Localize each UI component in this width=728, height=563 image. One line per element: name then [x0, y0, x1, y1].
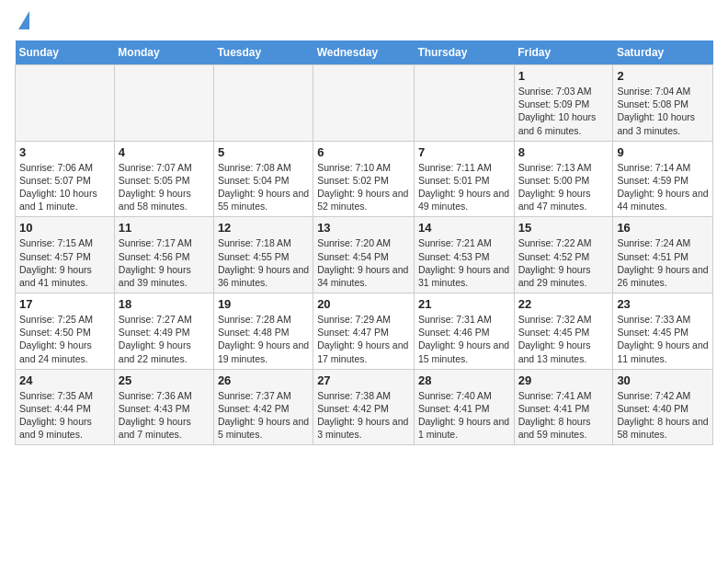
- calendar-header-row: SundayMondayTuesdayWednesdayThursdayFrid…: [16, 40, 713, 65]
- day-info: Sunrise: 7:18 AM Sunset: 4:55 PM Dayligh…: [218, 236, 309, 289]
- page-header: [15, 15, 713, 29]
- day-number: 11: [119, 221, 210, 235]
- day-info: Sunrise: 7:21 AM Sunset: 4:53 PM Dayligh…: [418, 236, 510, 289]
- day-info: Sunrise: 7:33 AM Sunset: 4:45 PM Dayligh…: [617, 313, 709, 365]
- day-number: 26: [218, 373, 309, 387]
- calendar-cell: 9Sunrise: 7:14 AM Sunset: 4:59 PM Daylig…: [613, 141, 713, 217]
- day-number: 22: [518, 297, 609, 311]
- calendar-cell: 16Sunrise: 7:24 AM Sunset: 4:51 PM Dayli…: [613, 217, 713, 293]
- day-header-tuesday: Tuesday: [213, 40, 313, 65]
- day-info: Sunrise: 7:35 AM Sunset: 4:44 PM Dayligh…: [19, 389, 110, 442]
- day-header-monday: Monday: [114, 40, 213, 65]
- calendar-cell: 28Sunrise: 7:40 AM Sunset: 4:41 PM Dayli…: [414, 369, 514, 445]
- day-number: 1: [518, 69, 609, 83]
- calendar-cell: 23Sunrise: 7:33 AM Sunset: 4:45 PM Dayli…: [613, 293, 713, 370]
- day-info: Sunrise: 7:32 AM Sunset: 4:45 PM Dayligh…: [518, 313, 609, 365]
- calendar-cell: 3Sunrise: 7:06 AM Sunset: 5:07 PM Daylig…: [16, 141, 115, 217]
- day-header-thursday: Thursday: [414, 40, 514, 65]
- calendar-cell: 15Sunrise: 7:22 AM Sunset: 4:52 PM Dayli…: [514, 217, 613, 293]
- day-number: 19: [218, 297, 309, 311]
- day-info: Sunrise: 7:04 AM Sunset: 5:08 PM Dayligh…: [617, 85, 709, 137]
- day-header-saturday: Saturday: [613, 40, 713, 65]
- calendar-cell: 25Sunrise: 7:36 AM Sunset: 4:43 PM Dayli…: [114, 369, 213, 445]
- day-info: Sunrise: 7:17 AM Sunset: 4:56 PM Dayligh…: [119, 236, 210, 289]
- day-number: 2: [617, 69, 709, 83]
- day-number: 8: [518, 145, 609, 159]
- day-info: Sunrise: 7:24 AM Sunset: 4:51 PM Dayligh…: [617, 236, 709, 289]
- calendar-cell: 5Sunrise: 7:08 AM Sunset: 5:04 PM Daylig…: [213, 141, 313, 217]
- day-info: Sunrise: 7:40 AM Sunset: 4:41 PM Dayligh…: [418, 389, 510, 442]
- calendar-cell: 10Sunrise: 7:15 AM Sunset: 4:57 PM Dayli…: [16, 217, 115, 293]
- calendar-cell: 1Sunrise: 7:03 AM Sunset: 5:09 PM Daylig…: [514, 65, 613, 142]
- calendar-cell: 7Sunrise: 7:11 AM Sunset: 5:01 PM Daylig…: [414, 141, 514, 217]
- day-info: Sunrise: 7:41 AM Sunset: 4:41 PM Dayligh…: [518, 389, 609, 442]
- day-header-friday: Friday: [514, 40, 613, 65]
- day-info: Sunrise: 7:08 AM Sunset: 5:04 PM Dayligh…: [218, 161, 309, 213]
- logo: [15, 15, 29, 29]
- day-number: 27: [317, 373, 410, 387]
- day-number: 21: [418, 297, 510, 311]
- day-number: 24: [19, 373, 110, 387]
- day-info: Sunrise: 7:38 AM Sunset: 4:42 PM Dayligh…: [317, 389, 410, 442]
- day-info: Sunrise: 7:27 AM Sunset: 4:49 PM Dayligh…: [119, 313, 210, 365]
- week-row-1: 1Sunrise: 7:03 AM Sunset: 5:09 PM Daylig…: [16, 65, 713, 142]
- day-number: 10: [19, 221, 110, 235]
- day-info: Sunrise: 7:42 AM Sunset: 4:40 PM Dayligh…: [617, 389, 709, 442]
- day-number: 12: [218, 221, 309, 235]
- day-number: 17: [19, 297, 110, 311]
- calendar-cell: 26Sunrise: 7:37 AM Sunset: 4:42 PM Dayli…: [213, 369, 313, 445]
- day-info: Sunrise: 7:29 AM Sunset: 4:47 PM Dayligh…: [317, 313, 410, 365]
- day-number: 30: [617, 373, 709, 387]
- day-info: Sunrise: 7:07 AM Sunset: 5:05 PM Dayligh…: [119, 161, 210, 213]
- day-number: 14: [418, 221, 510, 235]
- calendar-cell: 14Sunrise: 7:21 AM Sunset: 4:53 PM Dayli…: [414, 217, 514, 293]
- calendar-cell: 4Sunrise: 7:07 AM Sunset: 5:05 PM Daylig…: [114, 141, 213, 217]
- day-number: 6: [317, 145, 410, 159]
- week-row-3: 10Sunrise: 7:15 AM Sunset: 4:57 PM Dayli…: [16, 217, 713, 293]
- calendar-cell: 6Sunrise: 7:10 AM Sunset: 5:02 PM Daylig…: [313, 141, 415, 217]
- day-number: 5: [218, 145, 309, 159]
- day-info: Sunrise: 7:10 AM Sunset: 5:02 PM Dayligh…: [317, 161, 410, 213]
- day-info: Sunrise: 7:36 AM Sunset: 4:43 PM Dayligh…: [119, 389, 210, 442]
- day-number: 13: [317, 221, 410, 235]
- day-info: Sunrise: 7:28 AM Sunset: 4:48 PM Dayligh…: [218, 313, 309, 365]
- calendar-cell: 24Sunrise: 7:35 AM Sunset: 4:44 PM Dayli…: [16, 369, 115, 445]
- day-info: Sunrise: 7:31 AM Sunset: 4:46 PM Dayligh…: [418, 313, 510, 365]
- day-info: Sunrise: 7:25 AM Sunset: 4:50 PM Dayligh…: [19, 313, 110, 365]
- week-row-5: 24Sunrise: 7:35 AM Sunset: 4:44 PM Dayli…: [16, 369, 713, 445]
- day-number: 9: [617, 145, 709, 159]
- calendar-cell: 22Sunrise: 7:32 AM Sunset: 4:45 PM Dayli…: [514, 293, 613, 370]
- calendar-cell: [16, 65, 115, 142]
- logo-icon: [18, 11, 29, 29]
- calendar-cell: 19Sunrise: 7:28 AM Sunset: 4:48 PM Dayli…: [213, 293, 313, 370]
- calendar-cell: [414, 65, 514, 142]
- calendar-cell: 13Sunrise: 7:20 AM Sunset: 4:54 PM Dayli…: [313, 217, 415, 293]
- day-info: Sunrise: 7:11 AM Sunset: 5:01 PM Dayligh…: [418, 161, 510, 213]
- day-info: Sunrise: 7:06 AM Sunset: 5:07 PM Dayligh…: [19, 161, 110, 213]
- day-info: Sunrise: 7:22 AM Sunset: 4:52 PM Dayligh…: [518, 236, 609, 289]
- calendar-cell: 2Sunrise: 7:04 AM Sunset: 5:08 PM Daylig…: [613, 65, 713, 142]
- day-number: 15: [518, 221, 609, 235]
- calendar-cell: 11Sunrise: 7:17 AM Sunset: 4:56 PM Dayli…: [114, 217, 213, 293]
- day-info: Sunrise: 7:14 AM Sunset: 4:59 PM Dayligh…: [617, 161, 709, 213]
- day-number: 28: [418, 373, 510, 387]
- calendar-cell: 29Sunrise: 7:41 AM Sunset: 4:41 PM Dayli…: [514, 369, 613, 445]
- day-info: Sunrise: 7:15 AM Sunset: 4:57 PM Dayligh…: [19, 236, 110, 289]
- calendar-table: SundayMondayTuesdayWednesdayThursdayFrid…: [15, 40, 713, 445]
- calendar-cell: 30Sunrise: 7:42 AM Sunset: 4:40 PM Dayli…: [613, 369, 713, 445]
- calendar-cell: 8Sunrise: 7:13 AM Sunset: 5:00 PM Daylig…: [514, 141, 613, 217]
- week-row-2: 3Sunrise: 7:06 AM Sunset: 5:07 PM Daylig…: [16, 141, 713, 217]
- day-header-wednesday: Wednesday: [313, 40, 415, 65]
- day-header-sunday: Sunday: [16, 40, 115, 65]
- day-info: Sunrise: 7:03 AM Sunset: 5:09 PM Dayligh…: [518, 85, 609, 137]
- day-info: Sunrise: 7:37 AM Sunset: 4:42 PM Dayligh…: [218, 389, 309, 442]
- day-number: 7: [418, 145, 510, 159]
- day-number: 23: [617, 297, 709, 311]
- day-info: Sunrise: 7:20 AM Sunset: 4:54 PM Dayligh…: [317, 236, 410, 289]
- day-number: 20: [317, 297, 410, 311]
- week-row-4: 17Sunrise: 7:25 AM Sunset: 4:50 PM Dayli…: [16, 293, 713, 370]
- calendar-cell: 18Sunrise: 7:27 AM Sunset: 4:49 PM Dayli…: [114, 293, 213, 370]
- calendar-cell: 20Sunrise: 7:29 AM Sunset: 4:47 PM Dayli…: [313, 293, 415, 370]
- day-number: 29: [518, 373, 609, 387]
- calendar-cell: 21Sunrise: 7:31 AM Sunset: 4:46 PM Dayli…: [414, 293, 514, 370]
